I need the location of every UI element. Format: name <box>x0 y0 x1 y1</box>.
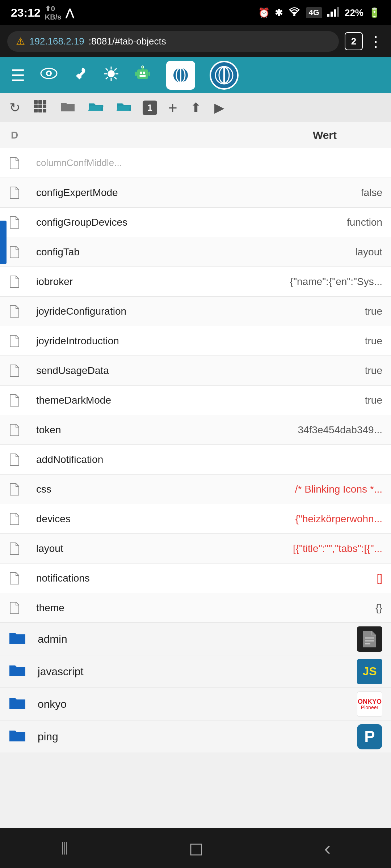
nav-home-icon[interactable]: ◻ <box>189 838 204 859</box>
row-value: {"name":{"en":"Sys... <box>290 276 382 288</box>
row-name: sendUsageData <box>30 365 365 376</box>
network-type: 4G <box>306 7 322 18</box>
row-value: true <box>365 395 382 406</box>
folder-row-admin[interactable]: admin <box>0 623 391 655</box>
folder-closed-icon[interactable] <box>58 98 77 118</box>
row-name: joyrideIntroduction <box>30 335 365 347</box>
row-name: notifications <box>30 573 377 584</box>
row-name: addNotification <box>30 454 382 465</box>
file-icon <box>9 601 30 614</box>
svg-rect-24 <box>148 72 150 76</box>
wrench-icon[interactable] <box>73 66 89 85</box>
table-row[interactable]: iobroker {"name":{"en":"Sys... <box>0 267 391 297</box>
alarm-icon: ⏰ <box>258 7 270 18</box>
table-row[interactable]: configExpertMode false <box>0 178 391 208</box>
table-row[interactable]: columnConfMiddle... <box>0 148 391 178</box>
browser-menu-button[interactable]: ⋮ <box>369 33 384 50</box>
table-row[interactable]: configTab layout <box>0 237 391 267</box>
folder-name-ping: ping <box>38 731 357 743</box>
next-button[interactable]: ▶ <box>212 98 227 118</box>
file-icon <box>9 364 30 377</box>
file-icon <box>9 246 30 259</box>
row-name: token <box>30 424 298 436</box>
row-value: false <box>361 187 382 199</box>
table-row[interactable]: configGroupDevices function <box>0 208 391 237</box>
number-badge[interactable]: 1 <box>143 101 157 115</box>
file-icon <box>9 157 30 170</box>
row-value: 34f3e454dab349... <box>298 424 382 436</box>
table-row[interactable]: token 34f3e454dab349... <box>0 415 391 445</box>
row-value: true <box>365 306 382 317</box>
toolbar: ↻ <box>0 93 391 122</box>
folder-open-icon-2[interactable] <box>114 98 134 118</box>
warning-icon: ⚠ <box>16 35 25 47</box>
row-value: {} <box>375 602 382 614</box>
row-name-truncated: columnConfMiddle... <box>30 157 382 169</box>
row-name: configTab <box>30 246 355 258</box>
row-value-red: [] <box>377 573 382 584</box>
hamburger-menu-icon[interactable]: ☰ <box>11 66 25 85</box>
svg-rect-3 <box>334 9 336 17</box>
logo-icon-white[interactable] <box>166 61 195 90</box>
js-icon: JS <box>362 665 377 678</box>
reload-button[interactable]: ↻ <box>7 98 22 118</box>
column-header: D Wert <box>0 122 391 148</box>
file-icon <box>9 335 30 348</box>
col-wert: Wert <box>313 129 337 141</box>
tab-count-badge[interactable]: 2 <box>345 32 363 50</box>
svg-rect-20 <box>139 75 146 77</box>
table-row[interactable]: sendUsageData true <box>0 356 391 386</box>
add-button[interactable]: + <box>166 97 180 119</box>
logo-icon-blue[interactable] <box>210 61 239 90</box>
url-bar[interactable]: ⚠ 192.168.2.19 :8081/#tab-objects <box>7 31 339 52</box>
nav-back-icon[interactable]: ‹ <box>324 837 331 859</box>
svg-rect-31 <box>34 100 38 104</box>
folder-row-javascript[interactable]: javascript JS <box>0 655 391 688</box>
svg-point-22 <box>142 66 144 68</box>
folder-name-javascript: javascript <box>38 665 357 678</box>
data-table: columnConfMiddle... configExpertMode fal… <box>0 148 391 753</box>
file-icon <box>9 216 30 229</box>
table-row[interactable]: notifications [] <box>0 563 391 593</box>
svg-line-15 <box>114 68 117 71</box>
table-row[interactable]: devices {"heizkörperwohn... <box>0 504 391 534</box>
folder-open-icon-1[interactable] <box>86 98 106 118</box>
grid-view-button[interactable] <box>31 97 49 118</box>
folder-name-admin: admin <box>38 633 357 645</box>
theme-icon[interactable] <box>103 66 119 85</box>
svg-rect-37 <box>34 109 38 112</box>
folder-row-onkyo[interactable]: onkyo ONKYO Pioneer <box>0 688 391 720</box>
pioneer-logo-text: Pioneer <box>361 705 378 710</box>
eye-icon[interactable] <box>39 66 58 84</box>
svg-rect-17 <box>137 69 148 79</box>
ping-badge: P <box>357 724 382 749</box>
row-name: devices <box>30 513 295 525</box>
status-network: ⋀ <box>66 7 74 19</box>
battery-icon: 🔋 <box>369 7 380 18</box>
table-row[interactable]: theme {} <box>0 593 391 623</box>
upload-button[interactable]: ⬆ <box>188 98 203 118</box>
file-icon <box>9 483 30 496</box>
nav-menu-icon[interactable]: ⦀ <box>60 838 68 859</box>
robot-icon[interactable] <box>134 64 152 86</box>
table-row[interactable]: joyrideIntroduction true <box>0 326 391 356</box>
col-id: D <box>11 129 40 141</box>
table-row[interactable]: css /* Blinking Icons *... <box>0 475 391 504</box>
svg-rect-36 <box>43 105 46 108</box>
table-row[interactable]: themeDarkMode true <box>0 386 391 415</box>
row-name: theme <box>30 602 375 614</box>
row-value: true <box>365 335 382 347</box>
js-badge: JS <box>357 659 382 684</box>
svg-rect-32 <box>38 100 42 104</box>
folder-row-ping[interactable]: ping P <box>0 720 391 753</box>
svg-rect-1 <box>327 14 329 17</box>
row-name: configExpertMode <box>30 187 361 199</box>
table-row[interactable]: joyrideConfiguration true <box>0 297 391 326</box>
table-row[interactable]: addNotification <box>0 445 391 475</box>
table-row[interactable]: layout [{"title":"","tabs":[{"... <box>0 534 391 563</box>
file-icon <box>9 453 30 466</box>
file-icon <box>9 305 30 318</box>
svg-rect-34 <box>34 105 38 108</box>
row-value-red: {"heizkörperwohn... <box>295 513 382 525</box>
file-icon <box>9 394 30 407</box>
